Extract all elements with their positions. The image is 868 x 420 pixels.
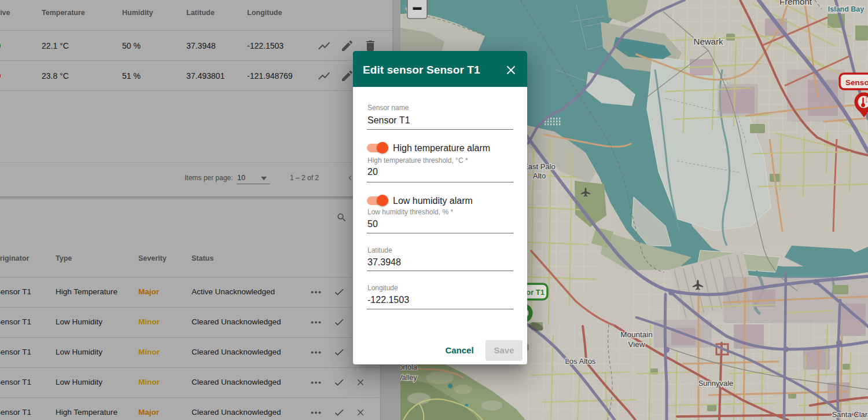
svg-text:Island Bay: Island Bay: [828, 5, 865, 13]
svg-text:Mountain: Mountain: [620, 330, 653, 339]
svg-text:ortola: ortola: [400, 363, 417, 371]
svg-text:Sunnyvale: Sunnyvale: [698, 379, 734, 388]
svg-text:Valley: Valley: [400, 374, 417, 382]
svg-text:Los Altos: Los Altos: [565, 357, 596, 366]
svg-text:View: View: [628, 340, 645, 349]
svg-text:Alto: Alto: [533, 171, 546, 180]
svg-text:East Palo: East Palo: [523, 162, 556, 171]
svg-text:Santa Clara: Santa Clara: [832, 410, 868, 419]
svg-text:Fremont: Fremont: [779, 0, 812, 6]
svg-text:Sensor: Sensor: [845, 78, 868, 87]
svg-text:Newark: Newark: [694, 36, 723, 46]
